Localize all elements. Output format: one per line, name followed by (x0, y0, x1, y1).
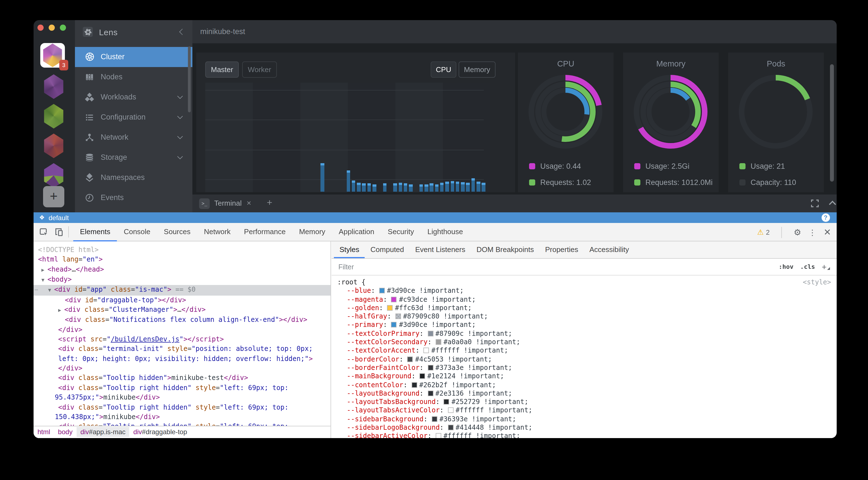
css-variable-row[interactable]: --sidebarLogoBackground: #414448 !import… (347, 423, 831, 432)
color-swatch[interactable] (428, 331, 433, 336)
close-devtools-icon[interactable]: ✕ (824, 227, 831, 238)
warning-counter[interactable]: ⚠ 2 (757, 228, 770, 236)
color-swatch[interactable] (407, 356, 413, 362)
tab-console[interactable]: Console (117, 223, 157, 241)
styles-tab-styles[interactable]: Styles (334, 241, 365, 258)
styles-tab-dom-breakpoints[interactable]: DOM Breakpoints (471, 241, 539, 258)
color-swatch[interactable] (424, 348, 429, 353)
sidebar-scrollbar[interactable] (188, 46, 191, 112)
pseudo-state-toggle[interactable]: :hov (778, 263, 793, 270)
breadcrumb-item[interactable]: html (34, 427, 54, 437)
dom-tree-row[interactable]: ▶ <head>…</head> (34, 265, 331, 275)
chevron-up-icon[interactable] (829, 201, 836, 208)
dom-tree-row[interactable]: <html lang="en"> (34, 255, 331, 265)
color-swatch[interactable] (420, 374, 425, 379)
css-variable-row[interactable]: --magenta: #c93dce !important; (347, 295, 831, 304)
sidebar-item-configuration[interactable]: Configuration (75, 107, 192, 127)
close-terminal-icon[interactable]: × (247, 198, 251, 207)
css-variable-row[interactable]: --halfGray: #87909c80 !important; (347, 312, 831, 321)
close-window-button[interactable] (37, 25, 43, 31)
color-swatch[interactable] (436, 339, 441, 345)
cluster-icon[interactable] (42, 74, 65, 99)
css-variable-row[interactable]: --sidebarActiveColor: #ffffff !important… (347, 432, 831, 438)
three-dots-menu-icon[interactable]: ⋮ (808, 228, 816, 237)
dom-tree-row[interactable]: </div> (34, 364, 331, 374)
css-variable-row[interactable]: --layoutBackground: #2e3136 !important; (347, 389, 831, 398)
breadcrumb-item[interactable]: div#app.is-mac (76, 427, 129, 437)
element-classes-toggle[interactable]: .cls (800, 263, 815, 270)
color-swatch[interactable] (428, 365, 433, 371)
styles-filter-input[interactable] (337, 262, 778, 271)
css-variable-row[interactable]: --layoutTabsBackground: #252729 !importa… (347, 398, 831, 407)
tab-security[interactable]: Security (381, 223, 421, 241)
zoom-window-button[interactable] (60, 25, 66, 31)
color-swatch[interactable] (444, 399, 450, 405)
sidebar-item-workloads[interactable]: Workloads (75, 87, 192, 107)
dom-tree-row[interactable]: <div class="Tooltip right hidden" style=… (34, 403, 331, 412)
style-source-link[interactable]: <style> (803, 278, 831, 287)
cluster-icon[interactable] (42, 104, 65, 129)
tab-application[interactable]: Application (332, 223, 381, 241)
css-variable-row[interactable]: --textColorSecondary: #a0a0a0 !important… (347, 338, 831, 347)
cluster-icon[interactable] (42, 134, 65, 158)
styles-tab-computed[interactable]: Computed (365, 241, 410, 258)
dom-tree-row[interactable]: <script src="/build/LensDev.js"></script… (34, 335, 331, 344)
expand-terminal-icon[interactable] (811, 200, 819, 207)
color-swatch[interactable] (448, 408, 453, 413)
cluster-icon-active[interactable]: 3 (40, 43, 65, 68)
styles-tab-event-listeners[interactable]: Event Listeners (410, 241, 471, 258)
tab-lighthouse[interactable]: Lighthouse (421, 223, 470, 241)
color-swatch[interactable] (448, 425, 453, 430)
tab-worker[interactable]: Worker (242, 61, 277, 77)
dom-tree-row[interactable]: <div class="Tooltip hidden">minikube-tes… (34, 374, 331, 383)
collapse-sidebar-icon[interactable] (179, 29, 186, 35)
minimize-window-button[interactable] (49, 25, 55, 31)
dom-tree-row[interactable]: left: 0px; height: 0px; visibility: hidd… (34, 354, 331, 364)
css-variable-row[interactable]: --textColorPrimary: #87909c !important; (347, 330, 831, 338)
main-scrollbar[interactable] (830, 64, 834, 182)
dom-tree-row[interactable]: ▶ <div class="ClusterManager">…</div> (34, 305, 331, 315)
dom-tree-row[interactable]: ⋯▼ <div id="app" class="is-mac"> == $0 (34, 285, 331, 296)
sidebar-item-nodes[interactable]: Nodes (75, 67, 192, 87)
css-variable-row[interactable]: --golden: #ffc63d !important; (347, 304, 831, 313)
new-style-rule-button[interactable]: + (822, 262, 830, 272)
dom-tree-row[interactable]: <div class="Tooltip right hidden" style=… (34, 422, 331, 425)
css-variable-row[interactable]: --borderFaintColor: #373a3e !important; (347, 364, 831, 372)
tab-cpu[interactable]: CPU (431, 61, 456, 77)
css-variable-row[interactable]: --textColorAccent: #ffffff !important; (347, 347, 831, 355)
css-variable-row[interactable]: --layoutTabsActiveColor: #ffffff !import… (347, 407, 831, 415)
css-variable-row[interactable]: --blue: #3d90ce !important; (347, 287, 831, 296)
tab-memory[interactable]: Memory (292, 223, 332, 241)
gear-icon[interactable]: ⚙ (794, 227, 801, 237)
css-variable-row[interactable]: --contentColor: #262b2f !important; (347, 381, 831, 389)
color-swatch[interactable] (395, 313, 401, 319)
new-terminal-icon[interactable]: + (267, 197, 272, 208)
color-swatch[interactable] (379, 288, 385, 294)
inspect-cursor-icon[interactable] (39, 227, 49, 237)
color-swatch[interactable] (411, 382, 417, 387)
dom-tree-row[interactable]: <!DOCTYPE html> (34, 245, 331, 255)
color-swatch[interactable] (391, 297, 397, 302)
sidebar-item-events[interactable]: Events (75, 187, 192, 208)
tab-network[interactable]: Network (197, 223, 237, 241)
styles-tab-properties[interactable]: Properties (539, 241, 584, 258)
sidebar-item-network[interactable]: Network (75, 127, 192, 147)
styles-tab-accessibility[interactable]: Accessibility (584, 241, 635, 258)
color-swatch[interactable] (391, 322, 397, 328)
sidebar-item-cluster[interactable]: Cluster (75, 47, 192, 67)
tab-performance[interactable]: Performance (238, 223, 292, 241)
tab-sources[interactable]: Sources (157, 223, 197, 241)
css-variable-row[interactable]: --mainBackground: #1e2124 !important; (347, 372, 831, 381)
breadcrumb-item[interactable]: body (54, 427, 76, 437)
dom-tree-row[interactable]: 95.4375px;">minikube</div> (34, 393, 331, 403)
terminal-tab[interactable]: Terminal (214, 199, 242, 207)
dom-tree-row[interactable]: <div class="terminal-init" style="positi… (34, 344, 331, 354)
breadcrumb-item[interactable]: div#draggable-top (129, 427, 191, 437)
sidebar-item-storage[interactable]: Storage (75, 147, 192, 167)
css-variable-row[interactable]: --borderColor: #4c5053 !important; (347, 355, 831, 364)
color-swatch[interactable] (432, 416, 437, 422)
device-toolbar-icon[interactable] (54, 227, 64, 237)
dom-tree-row[interactable]: </div> (34, 325, 331, 335)
help-button[interactable]: ? (821, 213, 830, 222)
css-selector-line[interactable]: <style>:root { (337, 278, 831, 287)
